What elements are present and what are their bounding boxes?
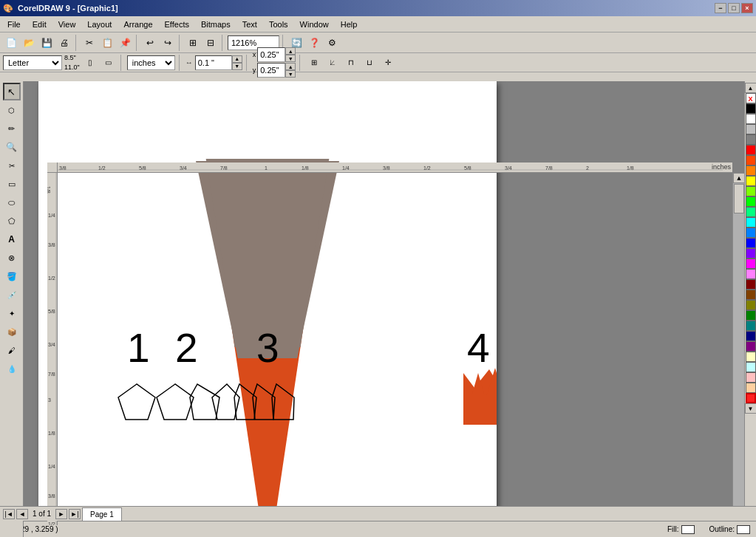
swatch-yellow[interactable] <box>746 176 756 186</box>
page-size-select[interactable]: Letter <box>3 55 62 70</box>
rect-tool[interactable]: ▭ <box>3 175 21 193</box>
polygon-tool[interactable]: ⬠ <box>3 212 21 230</box>
help-cursor-button[interactable]: ❓ <box>306 35 322 51</box>
swatch-orange[interactable] <box>746 165 756 176</box>
swatch-outline-red[interactable] <box>746 393 756 403</box>
view-btn1[interactable]: ⊞ <box>185 35 201 51</box>
print-button[interactable]: 🖨 <box>56 35 72 51</box>
swatch-olive[interactable] <box>746 300 756 310</box>
menu-item-text[interactable]: Text <box>236 18 263 30</box>
x-nudge-down[interactable]: ▼ <box>285 55 296 62</box>
swatch-brown[interactable] <box>746 290 756 300</box>
new-button[interactable]: 📄 <box>3 35 19 51</box>
y-nudge-input[interactable] <box>257 63 285 78</box>
last-page-button[interactable]: ►| <box>69 509 81 519</box>
swatch-pink[interactable] <box>746 269 756 279</box>
menu-item-window[interactable]: Window <box>294 18 335 30</box>
swatch-cyan-green[interactable] <box>746 207 756 217</box>
crop-tool[interactable]: ✂ <box>3 157 21 174</box>
x-nudge-input[interactable] <box>257 47 285 62</box>
menu-item-file[interactable]: File <box>1 18 27 30</box>
y-nudge-down[interactable]: ▼ <box>285 70 296 78</box>
menu-item-effects[interactable]: Effects <box>159 18 195 30</box>
swatch-gray2[interactable] <box>746 134 756 145</box>
swatch-peach[interactable] <box>746 383 756 393</box>
nudge-down[interactable]: ▼ <box>232 63 242 70</box>
swatch-teal[interactable] <box>746 321 756 331</box>
snap-btn2[interactable]: ⊓ <box>343 55 359 71</box>
swatch-yellow-green[interactable] <box>746 186 756 196</box>
prev-page-button[interactable]: ◄ <box>16 509 28 519</box>
next-page-button[interactable]: ► <box>55 509 67 519</box>
blend-tool[interactable]: ✦ <box>3 304 21 322</box>
nudge-spinbox[interactable]: ▲ ▼ <box>195 55 242 70</box>
swatch-green[interactable] <box>746 196 756 207</box>
cut-button[interactable]: ✂ <box>81 35 98 51</box>
x-nudge-up[interactable]: ▲ <box>285 47 296 55</box>
nudge-up[interactable]: ▲ <box>232 55 242 63</box>
snap-btn3[interactable]: ⊔ <box>361 55 378 71</box>
snap-btn1[interactable]: ⟀ <box>324 55 341 71</box>
swatch-dark-purple[interactable] <box>746 341 756 352</box>
redo-button[interactable]: ↪ <box>160 35 176 51</box>
swatch-orange-red[interactable] <box>746 155 756 165</box>
no-fill-swatch[interactable]: X <box>746 93 756 103</box>
x-nudge-spinbox[interactable]: x ▲ ▼ <box>253 47 296 62</box>
first-page-button[interactable]: |◄ <box>3 509 15 519</box>
guides-btn[interactable]: ✛ <box>380 55 396 71</box>
eyedropper-tool[interactable]: 💉 <box>3 286 21 304</box>
units-select[interactable]: inches <box>127 55 175 70</box>
menu-item-view[interactable]: View <box>52 18 82 30</box>
ellipse-tool[interactable]: ⬭ <box>3 194 21 211</box>
minimize-button[interactable]: − <box>715 3 726 13</box>
save-button[interactable]: 💾 <box>38 35 55 51</box>
palette-scroll-up[interactable]: ▲ <box>745 83 757 93</box>
grid-btn[interactable]: ⊞ <box>306 55 322 71</box>
menu-item-arrange[interactable]: Arrange <box>118 18 158 30</box>
menu-item-bitmaps[interactable]: Bitmaps <box>195 18 236 30</box>
swatch-magenta[interactable] <box>746 259 756 269</box>
copy-button[interactable]: 📋 <box>99 35 115 51</box>
swatch-navy[interactable] <box>746 331 756 341</box>
swatch-dark-red[interactable] <box>746 279 756 290</box>
swatch-light-yellow[interactable] <box>746 352 756 362</box>
fill-tool[interactable]: 🪣 <box>3 267 21 285</box>
scroll-up-button[interactable]: ▲ <box>733 173 744 183</box>
canvas-area[interactable]: 3/8 1/2 5/8 3/4 7/8 1 1/8 1/4 3/8 1/2 5/… <box>24 81 744 537</box>
scroll-track-v[interactable] <box>733 183 744 515</box>
maximize-button[interactable]: □ <box>728 3 740 13</box>
palette-scroll-down[interactable]: ▼ <box>745 403 757 414</box>
nudge-input[interactable] <box>195 55 232 70</box>
y-nudge-spinbox[interactable]: y ▲ ▼ <box>253 63 296 78</box>
menu-item-layout[interactable]: Layout <box>81 18 118 30</box>
swatch-blue-cyan[interactable] <box>746 228 756 238</box>
open-button[interactable]: 📂 <box>21 35 37 51</box>
swatch-gray1[interactable] <box>746 124 756 134</box>
menu-item-help[interactable]: Help <box>335 18 364 30</box>
extrude-tool[interactable]: 📦 <box>3 323 21 341</box>
swatch-light-cyan[interactable] <box>746 362 756 372</box>
freehand-tool[interactable]: ✏ <box>3 120 21 137</box>
menu-item-tools[interactable]: Tools <box>263 18 294 30</box>
paste-button[interactable]: 📌 <box>117 35 133 51</box>
close-button[interactable]: × <box>741 3 753 13</box>
tool-extra[interactable]: ⚙ <box>324 35 340 51</box>
portrait-button[interactable]: ▯ <box>82 55 98 71</box>
swatch-black[interactable] <box>746 103 756 114</box>
scroll-thumb-v[interactable] <box>734 184 744 213</box>
view-btn2[interactable]: ⊟ <box>202 35 219 51</box>
text-tool[interactable]: A <box>3 230 21 248</box>
landscape-button[interactable]: ▭ <box>101 55 117 71</box>
transparency-tool[interactable]: 💧 <box>3 360 21 377</box>
page-tab-1[interactable]: Page 1 <box>82 507 122 521</box>
swatch-red[interactable] <box>746 145 756 155</box>
swatch-white[interactable] <box>746 114 756 124</box>
select-tool[interactable]: ↖ <box>3 83 21 100</box>
drawing-canvas[interactable]: 1 2 3 4 <box>38 81 497 537</box>
undo-button[interactable]: ↩ <box>142 35 158 51</box>
swatch-blue[interactable] <box>746 238 756 248</box>
swatch-cyan[interactable] <box>746 217 756 228</box>
menu-item-edit[interactable]: Edit <box>27 18 52 30</box>
connector-tool[interactable]: ⊗ <box>3 249 21 267</box>
y-nudge-up[interactable]: ▲ <box>285 63 296 70</box>
